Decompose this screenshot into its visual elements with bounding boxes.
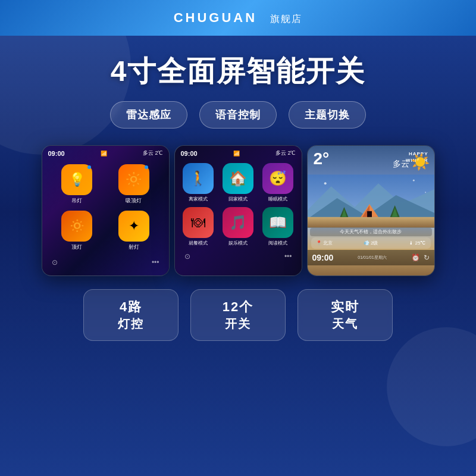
screen2-footer-home[interactable]: ⊙ bbox=[184, 252, 190, 261]
weather-clock: 09:00 bbox=[312, 253, 334, 262]
header: CHUGUAN 旗舰店 bbox=[0, 0, 476, 36]
weather-temperature: 2° bbox=[314, 151, 330, 167]
mode-item-5[interactable]: 🎵 娱乐模式 bbox=[221, 207, 256, 246]
screen2-header: 09:00 📶 多云 2℃ bbox=[175, 146, 302, 159]
weather-action-icons: ⏰ ↻ bbox=[411, 253, 430, 262]
cloud-label: 多云 bbox=[393, 159, 409, 170]
bottom-badge-3: 实时 天气 bbox=[298, 289, 393, 341]
light-label-1: 吊灯 bbox=[71, 197, 82, 205]
weather-feel: 🌡 25℃ bbox=[409, 240, 425, 246]
feature-voice: 语音控制 bbox=[199, 101, 277, 129]
bottom-badge-1-line1: 4路 bbox=[102, 298, 160, 316]
bottom-badge-2-line1: 12个 bbox=[209, 298, 267, 316]
brand-title: CHUGUAN 旗舰店 bbox=[174, 10, 303, 26]
light-icon-3: 🔅 bbox=[61, 211, 92, 242]
bottom-badge-3-line2: 天气 bbox=[316, 316, 374, 332]
svg-point-12 bbox=[412, 180, 414, 181]
weather-time-bar: 09:00 01/01/01星期六 ⏰ ↻ bbox=[308, 250, 434, 265]
bottom-badge-2-line2: 开关 bbox=[209, 316, 267, 332]
sun-icon: ☀️ bbox=[411, 153, 430, 171]
screen-weather: 2° HAPPY WINTER ☀️ 多云 bbox=[308, 146, 434, 275]
light-icon-grid: 💡 吊灯 🔆 吸顶灯 🔅 bbox=[42, 159, 169, 256]
weather-scene bbox=[308, 174, 434, 228]
mode-label-6: 阅读模式 bbox=[268, 240, 287, 246]
svg-rect-6 bbox=[367, 211, 372, 217]
mode-icon-shuimian: 😴 bbox=[262, 163, 293, 194]
mode-icon-huijia: 🏠 bbox=[223, 163, 253, 194]
alarm-icon[interactable]: ⏰ bbox=[411, 253, 420, 262]
bottom-features: 4路 灯控 12个 开关 实时 天气 bbox=[0, 276, 476, 341]
weather-location: 📍 北京 bbox=[316, 240, 333, 246]
mode-icon-yuedu: 📖 bbox=[262, 207, 293, 238]
light-item-4[interactable]: ✦ 射灯 bbox=[108, 211, 159, 251]
device-card-1: 09:00 📶 多云 2℃ 💡 吊灯 🔆 bbox=[42, 145, 170, 276]
screen1-footer: ⊙ ••• bbox=[42, 256, 169, 269]
light-item-2[interactable]: 🔆 吸顶灯 bbox=[108, 164, 159, 205]
screen2-wifi: 📶 bbox=[233, 151, 240, 156]
footer-home-icon[interactable]: ⊙ bbox=[52, 258, 58, 267]
screen1-wifi: 📶 bbox=[101, 151, 107, 156]
feature-theme: 主题切换 bbox=[289, 101, 366, 129]
light-label-3: 顶灯 bbox=[71, 243, 82, 251]
light-item-3[interactable]: 🔅 顶灯 bbox=[52, 211, 103, 251]
mode-label-4: 就餐模式 bbox=[189, 240, 208, 246]
light-item-1[interactable]: 💡 吊灯 bbox=[52, 164, 103, 205]
svg-point-11 bbox=[324, 182, 326, 184]
bottom-badge-3-line1: 实时 bbox=[316, 298, 374, 316]
mode-item-1[interactable]: 🚶 离家模式 bbox=[181, 163, 216, 202]
light-icon-1: 💡 bbox=[61, 164, 92, 195]
mode-item-3[interactable]: 😴 睡眠模式 bbox=[261, 163, 296, 202]
mode-icon-likai: 🚶 bbox=[183, 163, 214, 194]
device-card-3: 2° HAPPY WINTER ☀️ 多云 bbox=[307, 145, 435, 276]
light-icon-2: 🔆 bbox=[118, 164, 149, 195]
bottom-badge-1: 4路 灯控 bbox=[83, 289, 178, 341]
notif-dot-2 bbox=[145, 165, 148, 169]
weather-info-bar: 📍 北京 💨 2级 🌡 25℃ bbox=[311, 237, 431, 249]
mode-icon-jiucan: 🍽 bbox=[183, 207, 214, 238]
mode-label-1: 离家模式 bbox=[189, 196, 208, 202]
feature-radar: 雷达感应 bbox=[110, 101, 187, 129]
weather-icons-top: ☀️ 多云 bbox=[308, 170, 434, 174]
refresh-icon[interactable]: ↻ bbox=[424, 253, 430, 262]
screen-lights: 09:00 📶 多云 2℃ 💡 吊灯 🔆 bbox=[42, 146, 169, 275]
weather-description: 今天天气不错，适合外出散步 bbox=[310, 228, 432, 236]
footer-menu-icon[interactable]: ••• bbox=[152, 258, 159, 267]
mode-label-3: 睡眠模式 bbox=[268, 196, 287, 202]
weather-date: 01/01/01星期六 bbox=[358, 255, 386, 261]
screen2-weather: 多云 2℃ bbox=[275, 149, 296, 157]
mode-grid: 🚶 离家模式 🏠 回家模式 😴 睡眠模式 🍽 就餐模式 bbox=[175, 159, 302, 250]
screen2-time: 09:00 bbox=[181, 150, 198, 157]
screen1-time: 09:00 bbox=[48, 150, 65, 157]
screen-modes: 09:00 📶 多云 2℃ 🚶 离家模式 🏠 回家模式 😴 睡 bbox=[175, 146, 302, 275]
bottom-badge-1-line2: 灯控 bbox=[102, 316, 160, 332]
mode-item-2[interactable]: 🏠 回家模式 bbox=[221, 163, 256, 202]
light-label-4: 射灯 bbox=[129, 243, 139, 251]
screen1-weather: 多云 2℃ bbox=[143, 149, 163, 157]
light-label-2: 吸顶灯 bbox=[126, 197, 142, 205]
device-card-2: 09:00 📶 多云 2℃ 🚶 离家模式 🏠 回家模式 😴 睡 bbox=[174, 145, 302, 276]
mode-label-5: 娱乐模式 bbox=[228, 240, 248, 246]
weather-wind: 💨 2级 bbox=[364, 240, 378, 246]
mode-label-2: 回家模式 bbox=[228, 196, 248, 202]
screen2-footer: ⊙ ••• bbox=[175, 250, 302, 263]
scene-svg bbox=[308, 174, 434, 228]
mode-item-6[interactable]: 📖 阅读模式 bbox=[261, 207, 296, 246]
light-icon-4: ✦ bbox=[118, 211, 149, 242]
main-content: 4寸全面屏智能开关 雷达感应 语音控制 主题切换 09:00 📶 多云 2℃ 💡 bbox=[0, 36, 476, 476]
screen1-header: 09:00 📶 多云 2℃ bbox=[42, 146, 169, 159]
deco-circle-2 bbox=[387, 327, 476, 446]
screen2-footer-menu[interactable]: ••• bbox=[284, 252, 292, 261]
mode-icon-yule: 🎵 bbox=[223, 207, 253, 238]
svg-point-13 bbox=[425, 192, 426, 193]
bottom-badge-2: 12个 开关 bbox=[190, 289, 286, 341]
devices-row: 09:00 📶 多云 2℃ 💡 吊灯 🔆 bbox=[0, 145, 476, 276]
svg-rect-3 bbox=[308, 217, 434, 228]
mode-item-4[interactable]: 🍽 就餐模式 bbox=[181, 207, 216, 246]
